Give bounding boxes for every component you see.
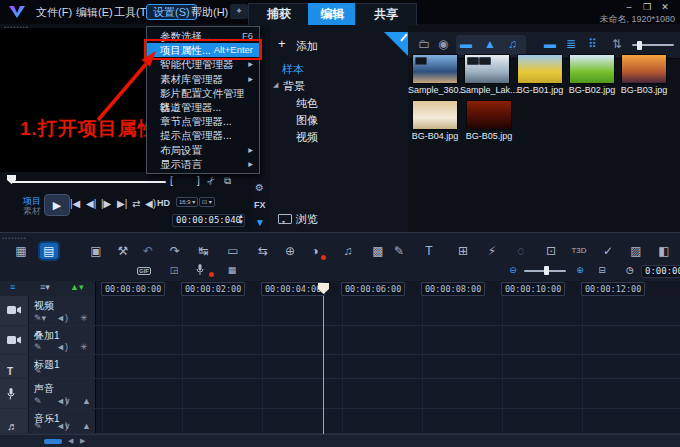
thumbnail-4[interactable]: [621, 54, 667, 84]
letterbox-icon[interactable]: ▭: [224, 243, 242, 259]
tab-edit[interactable]: 编辑: [308, 3, 357, 25]
menu-item-library-manager[interactable]: 素材库管理器▸: [147, 72, 259, 86]
mark-out-button[interactable]: ]: [197, 175, 200, 186]
thumbnail-6[interactable]: [466, 100, 512, 130]
thumbnail-5[interactable]: [412, 100, 458, 130]
voice-track-pencil-icon[interactable]: ✎: [34, 396, 42, 406]
end-button[interactable]: ▶|: [117, 198, 127, 209]
project-duration-icon[interactable]: ◷: [622, 264, 638, 277]
painting-creator-icon[interactable]: ✎: [390, 243, 408, 259]
hd-preview-button[interactable]: HD: [157, 198, 170, 208]
browse-button[interactable]: 浏览: [296, 212, 318, 227]
zoom-out-icon[interactable]: ⊖: [505, 264, 521, 277]
video-track-speaker-icon[interactable]: ◄): [56, 313, 68, 323]
image-edit-icon[interactable]: ▨: [627, 243, 645, 259]
menu-item-movie-profile-manager[interactable]: 影片配置文件管理器...: [147, 86, 259, 100]
color-grading-icon[interactable]: ◑: [306, 243, 324, 259]
home-button[interactable]: |◀: [70, 198, 80, 209]
menu-item-display-language[interactable]: 显示语言▸: [147, 157, 259, 171]
media-settings-icon[interactable]: ⚙: [255, 182, 264, 193]
player-timecode[interactable]: 00:00:05:040: [172, 214, 245, 227]
category-samples[interactable]: 样本: [282, 62, 304, 77]
overlay-track-enable-button[interactable]: [0, 326, 29, 354]
copy-icon[interactable]: ▣: [87, 243, 105, 259]
add-category-button[interactable]: 添加: [296, 39, 318, 54]
motion-tracking-icon[interactable]: ⚡: [483, 243, 501, 259]
tools-icon[interactable]: ⚒: [114, 243, 132, 259]
record-capture-icon[interactable]: ◉: [438, 37, 448, 51]
music-track-fade-in-icon[interactable]: ∨: [64, 421, 71, 431]
play-button[interactable]: ▶: [44, 194, 70, 216]
voice-over-icon[interactable]: [196, 264, 212, 277]
ripple-edit-icon[interactable]: ⇆: [254, 243, 272, 259]
view-list-icon[interactable]: ≣: [566, 37, 576, 51]
scrollbar-thumb[interactable]: [44, 439, 62, 444]
prev-frame-button[interactable]: ◀|: [86, 198, 96, 209]
nav-scroll-down-icon[interactable]: ▼: [255, 217, 265, 228]
thumb-size-knob[interactable]: [637, 41, 642, 50]
timeline-ruler[interactable]: 00:00:00:0000:00:02:0000:00:04:0000:00:0…: [0, 280, 680, 297]
undo-icon[interactable]: ↶: [139, 243, 157, 259]
menu-item-track-manager[interactable]: 轨道管理器...: [147, 100, 259, 114]
enlarge-preview-icon[interactable]: ⧉: [224, 175, 231, 187]
thumbnail-3[interactable]: [569, 54, 615, 84]
sound-mixer-icon[interactable]: ♫: [339, 243, 357, 259]
zoom-preview-selector[interactable]: ⊡ ▾: [199, 197, 215, 207]
scroll-left-icon[interactable]: ◀: [68, 437, 73, 445]
music-track-fade-out-icon[interactable]: ▲: [82, 421, 91, 431]
video-mask-icon[interactable]: ▩: [369, 243, 387, 259]
split-clip-icon[interactable]: ✂: [204, 174, 218, 187]
window-minimize-button[interactable]: –: [622, 2, 636, 13]
stop-motion-icon[interactable]: ▦: [224, 264, 240, 277]
music-track-enable-button[interactable]: ♬: [0, 409, 29, 433]
playhead-line[interactable]: [323, 296, 324, 434]
gif-creator-icon[interactable]: GIF: [136, 264, 152, 277]
scrub-bar[interactable]: [12, 181, 166, 183]
menu-item-layout-settings[interactable]: 布局设置▸: [147, 143, 259, 157]
view-large-icon[interactable]: ▬: [544, 37, 556, 51]
voice-track-fade-in-icon[interactable]: ∨: [64, 396, 71, 406]
window-close-button[interactable]: ✕: [658, 2, 672, 13]
tab-capture[interactable]: 捕获: [248, 3, 310, 25]
track-layout-icon[interactable]: ≡▾: [40, 282, 50, 292]
menu-item-chapter-point-manager[interactable]: 章节点管理器...: [147, 114, 259, 128]
split-screen-template-icon[interactable]: ⊞: [454, 243, 472, 259]
screen-record-icon[interactable]: ◲: [166, 264, 182, 277]
ripple-toggle-icon[interactable]: ▲▾: [70, 282, 83, 292]
thumbnail-2[interactable]: [517, 54, 563, 84]
fit-project-icon[interactable]: ⊟: [594, 264, 610, 277]
video-track-pencil-caret-icon[interactable]: ✎▾: [34, 313, 46, 323]
import-folder-icon[interactable]: 🗀: [418, 37, 430, 51]
filter-audio-icon[interactable]: ♫: [508, 37, 517, 51]
mode-clip-label[interactable]: 素材: [23, 205, 41, 218]
storyboard-view-icon[interactable]: ▦: [12, 243, 30, 259]
category-background[interactable]: 背景: [283, 79, 305, 94]
music-track-pencil-icon[interactable]: ✎: [34, 421, 42, 431]
mask-creator-icon[interactable]: ◌: [512, 243, 530, 259]
filter-photo-icon[interactable]: ▲: [484, 37, 496, 51]
track-manager-icon[interactable]: ≡: [10, 282, 15, 292]
voice-track-enable-button[interactable]: [0, 379, 29, 408]
zoom-in-icon[interactable]: ⊕: [572, 264, 588, 277]
next-frame-button[interactable]: |▶: [101, 198, 111, 209]
layers-apply-icon[interactable]: ✓: [599, 243, 617, 259]
filter-video-icon[interactable]: ▬: [460, 37, 472, 51]
thumbnail-1[interactable]: [464, 54, 510, 84]
insert-mode-icon[interactable]: ⊕: [281, 243, 299, 259]
aspect-ratio-selector[interactable]: 16:9 ▾: [176, 197, 198, 207]
welcome-icon[interactable]: ✦: [230, 4, 248, 19]
fx-filter-icon[interactable]: FX: [254, 200, 266, 210]
redo-icon[interactable]: ↷: [166, 243, 184, 259]
thumbnail-0[interactable]: [412, 54, 458, 84]
trim-icon[interactable]: ↹: [194, 243, 212, 259]
title-track-enable-button[interactable]: T: [0, 355, 29, 378]
overlay-track-speaker-icon[interactable]: ◄): [56, 342, 68, 352]
mark-in-button[interactable]: [: [170, 175, 173, 186]
tree-expand-icon[interactable]: ◢: [273, 81, 278, 89]
track-transparency-icon[interactable]: ⊡: [542, 243, 560, 259]
subtitle-editor-icon[interactable]: T: [420, 243, 438, 259]
title-track-pencil-icon[interactable]: ✎: [34, 366, 42, 376]
category-child-1[interactable]: 图像: [296, 113, 318, 128]
image-adjust-icon[interactable]: ◧: [655, 243, 673, 259]
video-track-enable-button[interactable]: [0, 296, 29, 325]
